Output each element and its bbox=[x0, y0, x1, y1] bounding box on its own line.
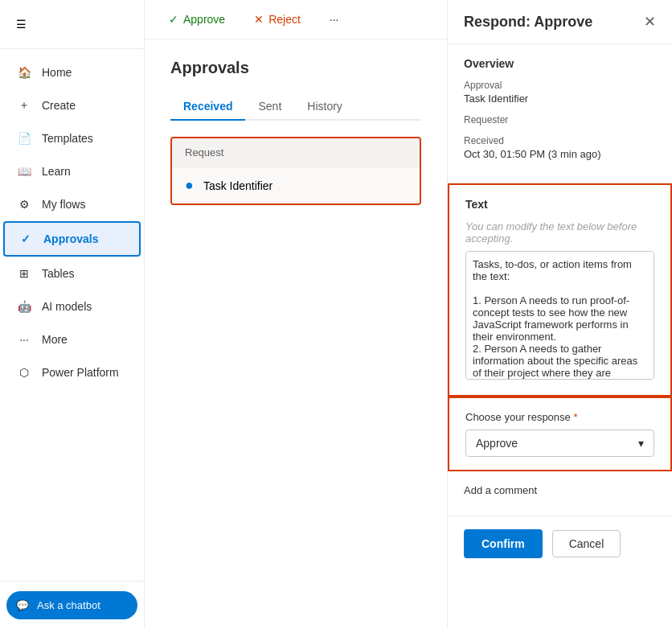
sidebar-item-label: My flows bbox=[42, 198, 85, 211]
required-indicator: * bbox=[573, 411, 577, 423]
sidebar-item-more[interactable]: ··· More bbox=[3, 323, 141, 356]
overview-section: Overview Approval Task Identifier Reques… bbox=[448, 44, 672, 183]
sidebar: ☰ 🏠 Home ＋ Create 📄 Templates 📖 Learn ⚙ … bbox=[0, 0, 145, 629]
chevron-down-icon: ▾ bbox=[638, 437, 644, 450]
side-panel: Respond: Approve ✕ Overview Approval Tas… bbox=[447, 0, 672, 629]
flows-icon: ⚙ bbox=[16, 196, 32, 212]
requests-table: Request ● Task Identifier bbox=[170, 137, 421, 205]
reject-x-icon: ✕ bbox=[254, 13, 264, 26]
approval-value: Task Identifier bbox=[464, 92, 656, 105]
hamburger-button[interactable]: ☰ bbox=[6, 10, 35, 39]
sidebar-item-label: Home bbox=[42, 66, 72, 79]
requester-row: Requester bbox=[464, 114, 656, 125]
sidebar-item-home[interactable]: 🏠 Home bbox=[3, 56, 141, 88]
sidebar-item-learn[interactable]: 📖 Learn bbox=[3, 155, 141, 187]
sidebar-item-label: Learn bbox=[42, 165, 71, 178]
response-dropdown[interactable]: Approve ▾ bbox=[465, 430, 654, 457]
text-heading: Text bbox=[465, 198, 654, 211]
more-button[interactable]: ··· bbox=[322, 8, 347, 31]
response-section: Choose your response * Approve ▾ bbox=[448, 397, 672, 471]
cancel-button[interactable]: Cancel bbox=[552, 530, 621, 557]
approvals-icon: ✓ bbox=[18, 231, 34, 247]
approval-label: Approval bbox=[464, 80, 656, 91]
sidebar-item-ai-models[interactable]: 🤖 AI models bbox=[3, 290, 141, 323]
sidebar-nav: 🏠 Home ＋ Create 📄 Templates 📖 Learn ⚙ My… bbox=[0, 49, 144, 581]
comment-label: Add a comment bbox=[464, 484, 656, 496]
more-dots-icon: ··· bbox=[330, 13, 339, 26]
row-check-icon: ● bbox=[185, 177, 194, 194]
sidebar-item-power-platform[interactable]: ⬡ Power Platform bbox=[3, 356, 141, 388]
response-value: Approve bbox=[476, 437, 518, 450]
reject-label: Reject bbox=[268, 13, 301, 26]
comment-section: Add a comment bbox=[448, 471, 672, 516]
sidebar-item-tables[interactable]: ⊞ Tables bbox=[3, 257, 141, 290]
received-value: Oct 30, 01:50 PM (3 min ago) bbox=[464, 148, 656, 160]
sidebar-item-create[interactable]: ＋ Create bbox=[3, 89, 141, 121]
sidebar-item-label: Tables bbox=[42, 267, 74, 280]
templates-icon: 📄 bbox=[16, 130, 32, 146]
sidebar-item-my-flows[interactable]: ⚙ My flows bbox=[3, 188, 141, 220]
ai-models-icon: 🤖 bbox=[16, 298, 32, 314]
chatbot-label: Ask a chatbot bbox=[37, 599, 100, 611]
sidebar-item-label: More bbox=[42, 333, 68, 346]
sidebar-item-approvals[interactable]: ✓ Approvals bbox=[3, 221, 141, 257]
table-row[interactable]: ● Task Identifier bbox=[172, 166, 420, 204]
sidebar-item-label: Power Platform bbox=[42, 366, 119, 379]
chatbot-icon: 💬 bbox=[16, 599, 29, 611]
panel-header: Respond: Approve ✕ bbox=[448, 0, 672, 44]
learn-icon: 📖 bbox=[16, 163, 32, 179]
panel-close-button[interactable]: ✕ bbox=[644, 13, 656, 31]
top-toolbar: ✓ Approve ✕ Reject ··· bbox=[145, 0, 447, 39]
requester-label: Requester bbox=[464, 114, 656, 125]
text-section: Text You can modify the text below befor… bbox=[448, 183, 672, 397]
sidebar-item-label: Create bbox=[42, 99, 76, 112]
content-area: Approvals Received Sent History Request … bbox=[145, 39, 447, 629]
confirm-button[interactable]: Confirm bbox=[464, 529, 543, 558]
page-title: Approvals bbox=[170, 59, 421, 77]
sidebar-item-label: Approvals bbox=[43, 232, 98, 245]
tabs-bar: Received Sent History bbox=[170, 93, 421, 121]
chatbot-button[interactable]: 💬 Ask a chatbot bbox=[6, 591, 137, 619]
home-icon: 🏠 bbox=[16, 64, 32, 80]
create-icon: ＋ bbox=[16, 97, 32, 113]
sidebar-item-label: AI models bbox=[42, 300, 92, 313]
approval-row: Approval Task Identifier bbox=[464, 80, 656, 105]
sidebar-item-templates[interactable]: 📄 Templates bbox=[3, 122, 141, 154]
table-column-header: Request bbox=[172, 138, 420, 166]
main-content: ✓ Approve ✕ Reject ··· Approvals Receive… bbox=[145, 0, 447, 629]
approve-button[interactable]: ✓ Approve bbox=[161, 8, 233, 31]
more-icon: ··· bbox=[16, 331, 32, 347]
action-section: Confirm Cancel bbox=[448, 516, 672, 571]
tables-icon: ⊞ bbox=[16, 265, 32, 282]
tab-received[interactable]: Received bbox=[170, 93, 245, 121]
response-label: Choose your response * bbox=[465, 411, 654, 423]
hamburger-icon: ☰ bbox=[16, 18, 27, 31]
received-label: Received bbox=[464, 135, 656, 146]
panel-title: Respond: Approve bbox=[464, 14, 592, 31]
tab-sent[interactable]: Sent bbox=[245, 93, 294, 121]
row-label: Task Identifier bbox=[203, 179, 272, 192]
tab-history[interactable]: History bbox=[294, 93, 355, 121]
overview-heading: Overview bbox=[464, 57, 656, 70]
text-textarea[interactable] bbox=[465, 251, 654, 380]
reject-button[interactable]: ✕ Reject bbox=[246, 8, 309, 31]
approve-label: Approve bbox=[183, 13, 225, 26]
received-row: Received Oct 30, 01:50 PM (3 min ago) bbox=[464, 135, 656, 160]
approve-check-icon: ✓ bbox=[169, 13, 178, 26]
power-platform-icon: ⬡ bbox=[16, 364, 32, 380]
sidebar-item-label: Templates bbox=[42, 132, 93, 145]
text-hint: You can modify the text below before acc… bbox=[465, 220, 654, 245]
